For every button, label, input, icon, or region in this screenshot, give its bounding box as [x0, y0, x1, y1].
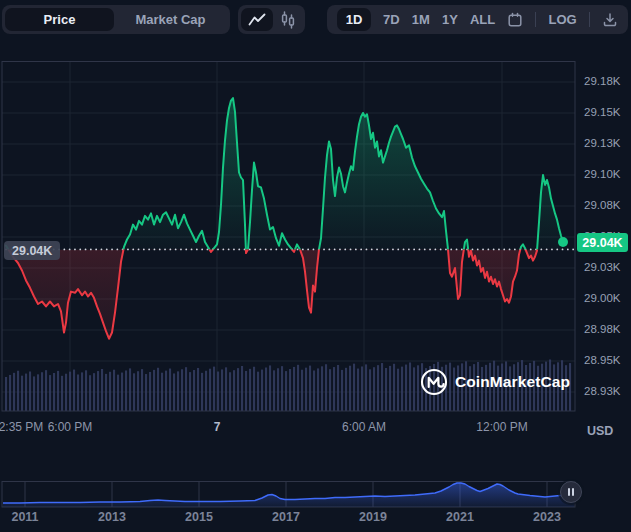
line-chart-type-button[interactable] — [241, 8, 273, 31]
x-axis-tick-label: 6:00 AM — [342, 420, 386, 434]
y-axis-label: 29.00K — [584, 292, 620, 304]
price-area-down — [6, 98, 563, 339]
navigator-handle[interactable] — [560, 481, 582, 503]
coinmarketcap-price-chart: Price Market Cap 1D 7D 1M 1Y ALL — [0, 0, 631, 532]
y-axis-label: 29.13K — [584, 137, 620, 149]
y-axis-label: 29.10K — [584, 168, 620, 180]
candlestick-icon — [280, 11, 296, 29]
navigator-year-label: 2023 — [533, 510, 561, 524]
line-chart-icon — [248, 13, 266, 27]
price-area-up — [6, 98, 563, 339]
download-chart-button[interactable] — [602, 12, 618, 28]
x-axis-tick-label: 12:00 PM — [476, 420, 527, 434]
toolbar-divider — [589, 12, 590, 27]
toolbar-divider — [535, 12, 536, 27]
navigator-area — [3, 483, 574, 507]
resize-grip-icon — [568, 488, 570, 496]
range-7d-button[interactable]: 7D — [383, 12, 400, 27]
open-price-badge: 29.04K — [4, 241, 60, 260]
y-axis-label: 29.08K — [584, 199, 620, 211]
price-line-up — [6, 98, 563, 339]
watermark-text: CoinMarketCap — [455, 373, 570, 391]
tab-price[interactable]: Price — [5, 8, 114, 31]
log-scale-button[interactable]: LOG — [549, 12, 577, 27]
calendar-icon — [507, 12, 523, 28]
price-chart-canvas[interactable] — [0, 61, 631, 412]
watermark: CoinMarketCap — [420, 368, 570, 396]
download-icon — [602, 12, 618, 28]
range-1d-button[interactable]: 1D — [337, 8, 371, 31]
y-axis-label: 29.15K — [584, 106, 620, 118]
navigator-year-label: 2011 — [11, 510, 38, 524]
navigator-year-label: 2017 — [272, 510, 300, 524]
current-price-dot — [558, 237, 568, 247]
time-range-group: 1D 7D 1M 1Y ALL LOG — [327, 5, 628, 34]
navigator-year-label: 2013 — [98, 510, 126, 524]
x-axis-tick-label: 7 — [214, 420, 221, 434]
current-price-badge: 29.04K — [577, 233, 628, 252]
range-1m-button[interactable]: 1M — [412, 12, 430, 27]
plot-border — [2, 62, 575, 412]
metric-toggle-group: Price Market Cap — [2, 5, 230, 34]
navigator-year-label: 2019 — [359, 510, 387, 524]
navigator-year-label: 2021 — [446, 510, 474, 524]
range-1y-button[interactable]: 1Y — [442, 12, 458, 27]
calendar-button[interactable] — [507, 12, 523, 28]
x-axis-tick-label: 6:00 PM — [48, 420, 93, 434]
y-axis-label: 29.18K — [584, 75, 620, 87]
coinmarketcap-logo-icon — [420, 368, 448, 396]
price-line-down — [6, 98, 563, 339]
range-all-button[interactable]: ALL — [470, 12, 495, 27]
tab-market-cap[interactable]: Market Cap — [114, 12, 227, 27]
currency-label: USD — [587, 424, 613, 438]
x-axis-tick-label: 2:35 PM — [0, 420, 43, 434]
y-axis-label: 28.95K — [584, 354, 620, 366]
candlestick-chart-type-button[interactable] — [273, 8, 302, 31]
navigator-year-label: 2015 — [185, 510, 213, 524]
resize-grip-icon — [572, 488, 574, 496]
chart-type-toggle-group — [238, 5, 305, 34]
y-axis-label: 28.93K — [584, 385, 620, 397]
gridlines — [2, 61, 575, 412]
y-axis-label: 29.03K — [584, 261, 620, 273]
y-axis-label: 28.98K — [584, 323, 620, 335]
history-navigator[interactable] — [0, 481, 631, 508]
